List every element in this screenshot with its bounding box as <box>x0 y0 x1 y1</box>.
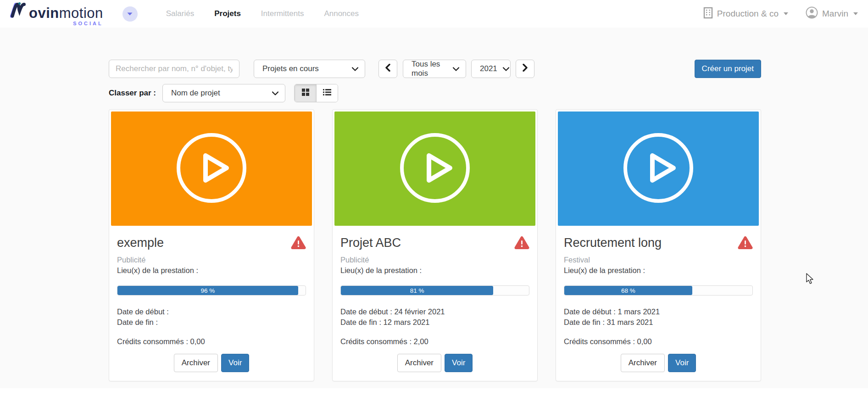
project-thumbnail[interactable] <box>111 112 312 226</box>
project-location-label: Lieu(x) de la prestation : <box>564 266 753 275</box>
project-dates: Date de début : 1 mars 2021 Date de fin … <box>564 307 753 328</box>
building-icon <box>703 7 713 21</box>
caret-down-icon <box>853 12 858 15</box>
date-start: Date de début : <box>117 307 306 317</box>
progress-label: 68 % <box>621 287 635 294</box>
nav-item-projets[interactable]: Projets <box>214 9 241 18</box>
previous-period-button[interactable] <box>378 60 397 78</box>
project-title: Recrutement long <box>564 236 662 250</box>
date-end: Date de fin : 12 mars 2021 <box>340 317 529 328</box>
header-right-group: Production & co Marvin <box>703 6 858 21</box>
create-project-button[interactable]: Créer un projet <box>695 60 761 78</box>
view-toggle-group <box>294 84 338 102</box>
brand-subtitle: SOCIAL <box>9 21 103 26</box>
project-thumbnail[interactable] <box>334 112 535 226</box>
project-credits: Crédits consommés : 0,00 <box>564 337 753 346</box>
filters-bar: Projets en cours Tous les mois 2021 <box>109 60 761 78</box>
user-avatar-icon <box>806 6 818 21</box>
list-icon <box>323 89 331 97</box>
date-end: Date de fin : 31 mars 2021 <box>564 317 753 328</box>
project-category: Festival <box>564 256 753 264</box>
progress-bar: 68 % <box>564 285 753 296</box>
page-footer-strip <box>0 388 868 396</box>
progress-label: 81 % <box>410 287 424 294</box>
nav-item-annonces[interactable]: Annonces <box>324 9 359 18</box>
chevron-down-icon <box>127 10 133 18</box>
warning-icon[interactable] <box>738 236 753 251</box>
top-navbar: ovinmotion SOCIAL Salariés Projets Inter… <box>0 0 868 28</box>
play-icon <box>398 131 472 206</box>
nav-item-salaries[interactable]: Salariés <box>166 9 194 18</box>
archive-button[interactable]: Archiver <box>621 354 665 372</box>
warning-icon[interactable] <box>291 236 306 251</box>
mouse-cursor <box>806 273 814 287</box>
project-credits: Crédits consommés : 0,00 <box>117 337 306 346</box>
project-category: Publicité <box>340 256 529 264</box>
chevron-down-icon <box>453 64 459 73</box>
project-title: Projet ABC <box>340 236 401 250</box>
status-filter-select[interactable]: Projets en cours <box>254 60 365 78</box>
date-start: Date de début : 1 mars 2021 <box>564 307 753 317</box>
sort-bar: Classer par : Nom de projet <box>109 84 761 102</box>
list-view-button[interactable] <box>316 84 338 102</box>
main-navigation: Salariés Projets Intermittents Annonces <box>166 9 359 18</box>
brand-m-icon <box>9 2 28 20</box>
project-location-label: Lieu(x) de la prestation : <box>117 266 306 275</box>
play-icon <box>175 131 248 206</box>
progress-label: 96 % <box>200 287 215 294</box>
date-start: Date de début : 24 février 2021 <box>340 307 529 317</box>
project-thumbnail[interactable] <box>558 112 759 226</box>
sort-select[interactable]: Nom de projet <box>162 84 285 102</box>
sort-label: Classer par : <box>109 89 156 98</box>
project-card: exemple Publicité Lieu(x) de la prestati… <box>109 109 314 381</box>
project-credits: Crédits consommés : 2,00 <box>340 337 529 346</box>
progress-bar: 96 % <box>117 285 306 296</box>
brand-wordmark: ovinmotion <box>29 6 103 20</box>
year-filter-select[interactable]: 2021 <box>471 60 511 78</box>
company-name: Production & co <box>717 9 779 19</box>
company-menu[interactable]: Production & co <box>703 7 788 21</box>
progress-fill: 68 % <box>564 286 692 295</box>
user-menu[interactable]: Marvin <box>806 6 858 21</box>
month-filter-select[interactable]: Tous les mois <box>403 60 466 78</box>
grid-icon <box>302 89 309 98</box>
project-dates: Date de début : 24 février 2021 Date de … <box>340 307 529 328</box>
next-period-button[interactable] <box>516 60 534 78</box>
brand-logo[interactable]: ovinmotion SOCIAL <box>9 2 103 26</box>
view-button[interactable]: Voir <box>221 354 249 372</box>
warning-icon[interactable] <box>514 236 529 251</box>
project-dates: Date de début : Date de fin : <box>117 307 306 328</box>
project-title: exemple <box>117 236 164 250</box>
project-card: Projet ABC Publicité Lieu(x) de la prest… <box>332 109 538 381</box>
progress-fill: 81 % <box>341 286 493 295</box>
project-cards-grid: exemple Publicité Lieu(x) de la prestati… <box>109 109 761 381</box>
caret-down-icon <box>784 12 788 15</box>
archive-button[interactable]: Archiver <box>174 354 218 372</box>
progress-bar: 81 % <box>340 285 529 296</box>
archive-button[interactable]: Archiver <box>397 354 441 372</box>
search-input[interactable] <box>109 60 239 78</box>
app-switcher-button[interactable] <box>122 6 138 22</box>
project-location-label: Lieu(x) de la prestation : <box>340 266 529 275</box>
grid-view-button[interactable] <box>295 84 316 102</box>
date-end: Date de fin : <box>117 317 306 328</box>
view-button[interactable]: Voir <box>445 354 473 372</box>
progress-fill: 96 % <box>117 286 298 295</box>
chevron-left-icon <box>385 64 390 74</box>
projects-page: ovinmotion SOCIAL Salariés Projets Inter… <box>0 0 868 396</box>
nav-item-intermittents[interactable]: Intermittents <box>261 9 304 18</box>
project-category: Publicité <box>117 256 306 264</box>
chevron-down-icon <box>272 89 278 98</box>
chevron-down-icon <box>352 64 358 73</box>
user-name: Marvin <box>822 9 848 19</box>
play-icon <box>622 131 695 206</box>
chevron-right-icon <box>523 64 528 74</box>
chevron-down-icon <box>503 64 509 73</box>
view-button[interactable]: Voir <box>668 354 696 372</box>
project-card: Recrutement long Festival Lieu(x) de la … <box>556 109 761 381</box>
